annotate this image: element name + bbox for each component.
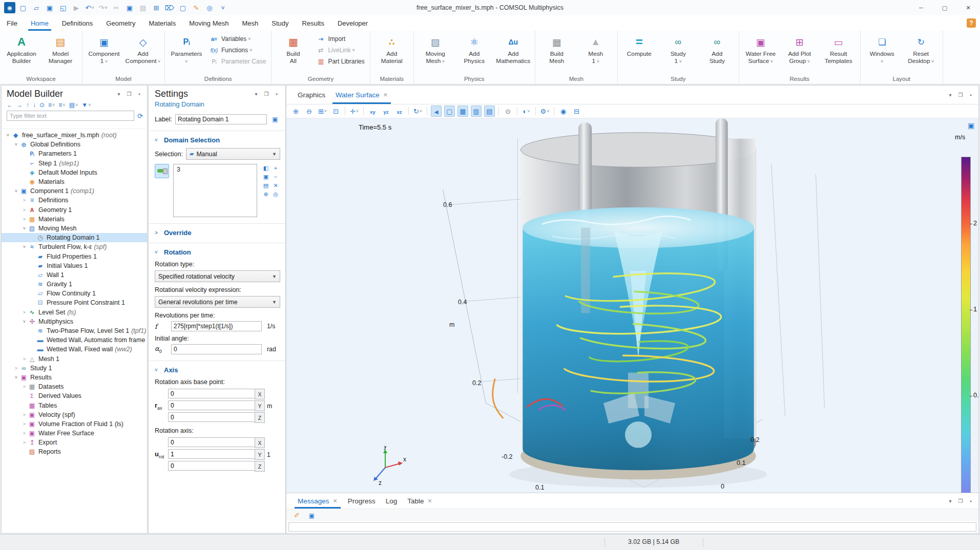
panel-menu-icon[interactable]: ▾: [947, 498, 954, 504]
copy-icon[interactable]: ▣: [261, 173, 270, 181]
tree-node-reports[interactable]: Reports: [2, 447, 147, 456]
tree-node-wetted-wall-fixed-wall[interactable]: Wetted Wall, Fixed wall(ww2): [2, 345, 147, 354]
expand-node-icon[interactable]: ˃: [21, 412, 28, 417]
result-templates-button[interactable]: ResultTemplates: [819, 32, 858, 66]
add-study-button[interactable]: AddStudy: [698, 32, 737, 66]
tree-node-parameters-1[interactable]: Parameters 1: [2, 149, 147, 158]
tree-node-mesh-1[interactable]: ˃Mesh 1: [2, 354, 147, 364]
zoom-box-icon[interactable]: ˅: [317, 105, 328, 117]
panel-menu-icon[interactable]: ▾: [947, 92, 954, 98]
add-physics-button[interactable]: AddPhysics: [455, 32, 494, 66]
axis-z-input[interactable]: [168, 461, 255, 471]
collapse-node-icon[interactable]: ˅: [21, 244, 28, 249]
add-plot-group-button[interactable]: Add PlotGroup ˅: [780, 32, 819, 66]
tree-node-rotating-domain-1[interactable]: Rotating Domain 1: [2, 233, 147, 242]
add-material-button[interactable]: AddMaterial: [372, 32, 411, 66]
zoom-to-selection-icon[interactable]: ⊕: [261, 190, 270, 198]
speaker-icon[interactable]: [431, 105, 442, 117]
add-mathematics-button[interactable]: AddMathematics: [494, 32, 533, 66]
plot-window-icon[interactable]: ▣: [968, 121, 974, 130]
selected-domain-item[interactable]: 3: [177, 166, 254, 173]
panel-float-icon[interactable]: ❐: [263, 91, 270, 97]
chevron-down-icon[interactable]: ˅: [155, 137, 161, 143]
maximize-button[interactable]: ▢: [933, 0, 956, 15]
show-grid-icon[interactable]: [457, 105, 468, 117]
panel-pin-icon[interactable]: ▪: [273, 91, 280, 97]
tree-filter-input[interactable]: [7, 111, 134, 121]
tree-node-component-1[interactable]: ˅Component 1(comp1): [2, 186, 147, 196]
active-toggle-button[interactable]: [155, 164, 169, 178]
expand-node-icon[interactable]: ˃: [21, 356, 28, 362]
view-xy-icon[interactable]: [367, 105, 378, 117]
tree-node-free-surface-mixer-ls-mph[interactable]: ˅free_surface_mixer_ls.mph(root): [2, 131, 147, 140]
panel-float-icon[interactable]: ❐: [957, 498, 964, 504]
menu-tab-materials[interactable]: Materials: [142, 15, 182, 31]
menu-tab-mesh[interactable]: Mesh: [235, 15, 265, 31]
revolutions-input[interactable]: [171, 321, 262, 331]
rotate-icon[interactable]: ˅: [412, 105, 423, 117]
panel-menu-icon[interactable]: ▾: [115, 91, 122, 97]
tree-node-water-free-surface[interactable]: ˃Water Free Surface: [2, 429, 147, 438]
panel-pin-icon[interactable]: ▪: [967, 92, 974, 98]
open-file-icon[interactable]: ▱: [31, 2, 42, 13]
tab-progress[interactable]: Progress: [343, 493, 381, 509]
tab-table[interactable]: Table✕: [402, 493, 437, 509]
transparency-icon[interactable]: [444, 105, 455, 117]
expand-node-icon[interactable]: ˃: [21, 198, 28, 203]
collapse-node-icon[interactable]: ˅: [5, 133, 11, 138]
parameters-button[interactable]: Parameters˅: [167, 32, 206, 66]
build-all-button[interactable]: BuildAll: [274, 32, 312, 66]
open-recent-icon[interactable]: ◱: [57, 2, 69, 13]
menu-tab-file[interactable]: File: [0, 15, 24, 31]
go-back-icon[interactable]: ←: [7, 101, 13, 109]
expand-node-icon[interactable]: ˃: [21, 440, 28, 445]
find-icon[interactable]: ◎: [204, 2, 215, 13]
build-mesh-button[interactable]: BuildMesh: [537, 32, 576, 66]
environment-icon[interactable]: ˅: [521, 105, 532, 117]
selection-list[interactable]: 3: [173, 164, 257, 217]
tree-node-wetted-wall-automatic-from-frame[interactable]: Wetted Wall, Automatic from frame(ww1): [2, 335, 147, 345]
velocity-expression-dropdown[interactable]: General revolutions per time ▼: [155, 296, 280, 308]
model-manager-button[interactable]: ModelManager: [41, 32, 80, 66]
tree-node-flow-continuity-1[interactable]: Flow Continuity 1: [2, 289, 147, 298]
tree-node-fluid-properties-1[interactable]: Fluid Properties 1: [2, 251, 147, 261]
clip-plane-icon[interactable]: ✎: [191, 2, 202, 13]
lock-icon[interactable]: [503, 105, 513, 117]
scene-settings-icon[interactable]: ˅: [539, 105, 550, 117]
node-text-icon[interactable]: ▤˅: [69, 101, 78, 109]
remove-icon[interactable]: −: [271, 173, 280, 181]
component-button[interactable]: Component1 ˅: [85, 32, 123, 66]
panel-pin-icon[interactable]: ▪: [136, 91, 143, 97]
zoom-in-icon[interactable]: [290, 105, 301, 117]
import-button[interactable]: Import: [312, 33, 367, 45]
tab-water-surface[interactable]: Water Surface✕: [330, 86, 393, 104]
tree-node-global-definitions[interactable]: ˅Global Definitions: [2, 140, 147, 149]
new-file-icon[interactable]: ▢: [17, 2, 29, 13]
windows-button[interactable]: Windows˅: [863, 32, 902, 66]
redo-icon[interactable]: ↷˅: [97, 2, 109, 13]
print-icon[interactable]: [571, 105, 582, 117]
tree-node-multiphysics[interactable]: ˅Multiphysics: [2, 317, 147, 326]
save-file-icon[interactable]: ▣: [44, 2, 55, 13]
close-button[interactable]: ✕: [956, 0, 980, 15]
moving-mesh-button[interactable]: MovingMesh ˅: [416, 32, 455, 66]
collapse-node-icon[interactable]: ˅: [13, 375, 19, 380]
close-tab-icon[interactable]: ✕: [383, 92, 388, 98]
help-button[interactable]: ?: [967, 18, 976, 28]
tree-node-step-1[interactable]: Step 1(step1): [2, 159, 147, 168]
menu-tab-moving-mesh[interactable]: Moving Mesh: [182, 15, 235, 31]
delete-icon[interactable]: ⌦: [164, 2, 175, 13]
tab-graphics[interactable]: Graphics: [293, 86, 330, 104]
menu-tab-developer[interactable]: Developer: [331, 15, 374, 31]
chevron-down-icon[interactable]: ˅: [155, 367, 161, 373]
select-box-icon[interactable]: ▢: [177, 2, 189, 13]
row-headers-icon[interactable]: [471, 105, 482, 117]
base-z-input[interactable]: [168, 412, 255, 422]
clear-icon[interactable]: ✕: [271, 181, 280, 189]
activate-icon[interactable]: ◧: [261, 164, 270, 172]
tree-node-export[interactable]: ˃Export: [2, 438, 147, 447]
tab-log[interactable]: Log: [381, 493, 403, 509]
tree-node-initial-values-1[interactable]: Initial Values 1: [2, 261, 147, 270]
tab-messages[interactable]: Messages✕: [293, 493, 343, 509]
rename-label-icon[interactable]: ▣: [270, 114, 280, 124]
